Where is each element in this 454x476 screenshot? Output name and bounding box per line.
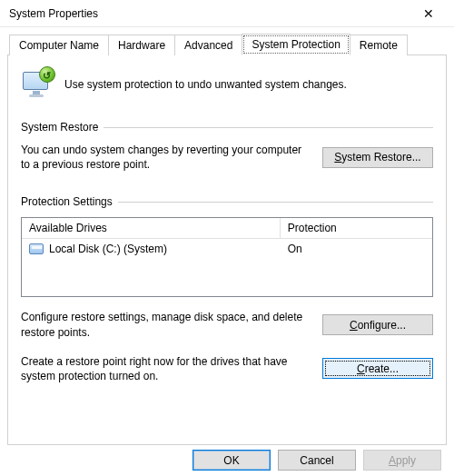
protection-settings-header: Protection Settings [21,195,113,208]
client-area: Computer Name Hardware Advanced System P… [0,27,454,452]
tab-system-protection[interactable]: System Protection [242,34,350,55]
close-button[interactable]: ✕ [410,2,447,25]
system-restore-button[interactable]: System Restore... [322,147,433,168]
create-text: Create a restore point right now for the… [21,354,310,383]
group-system-restore: System Restore You can undo system chang… [21,121,433,172]
configure-text: Configure restore settings, manage disk … [21,310,310,339]
system-protection-icon: ↺ [21,68,54,101]
group-protection-settings: Protection Settings Available Drives Pro… [21,195,433,383]
tab-remote[interactable]: Remote [350,35,408,55]
close-icon: ✕ [423,6,434,21]
window-title: System Properties [9,7,410,20]
tab-advanced[interactable]: Advanced [174,35,242,55]
divider [118,202,433,203]
intro-row: ↺ Use system protection to undo unwanted… [21,68,433,101]
configure-button[interactable]: Configure... [322,314,433,335]
col-available-drives[interactable]: Available Drives [22,218,281,239]
dialog-button-row: OK Cancel Apply [0,450,454,471]
tab-strip: Computer Name Hardware Advanced System P… [7,33,447,55]
tab-computer-name[interactable]: Computer Name [9,35,109,55]
divider [104,127,433,128]
create-button[interactable]: Create... [322,358,433,379]
col-protection[interactable]: Protection [281,218,432,239]
cancel-button[interactable]: Cancel [278,450,356,471]
titlebar: System Properties ✕ [0,0,454,27]
intro-text: Use system protection to undo unwanted s… [64,78,347,91]
drives-list[interactable]: Available Drives Protection Local Disk (… [21,217,433,297]
drive-status: On [281,239,432,259]
drive-row[interactable]: Local Disk (C:) (System) On [22,239,432,259]
tab-page: ↺ Use system protection to undo unwanted… [7,55,447,445]
apply-button[interactable]: Apply [363,450,441,471]
drive-name: Local Disk (C:) (System) [49,243,167,255]
drives-header-row: Available Drives Protection [22,218,432,239]
system-restore-text: You can undo system changes by reverting… [21,143,310,172]
ok-button[interactable]: OK [192,450,271,471]
tab-hardware[interactable]: Hardware [108,35,175,55]
system-restore-header: System Restore [21,121,98,134]
disk-icon [29,243,44,254]
